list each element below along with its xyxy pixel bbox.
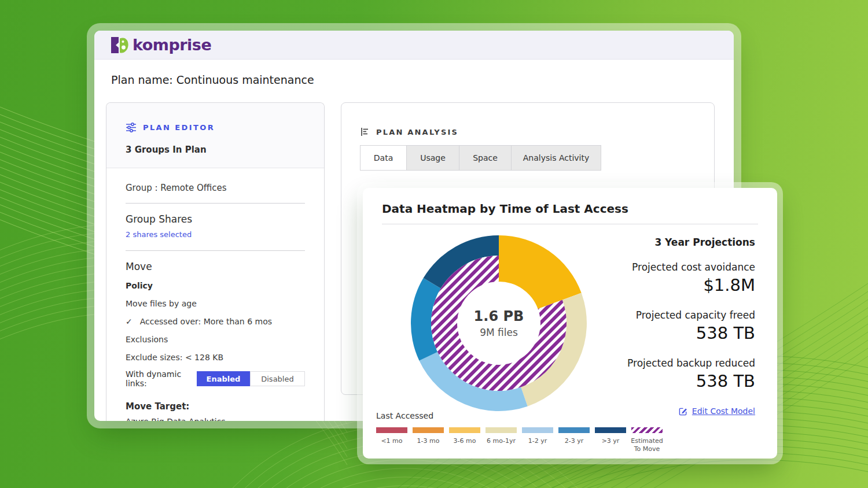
legend-item-1-3mo: 1-3 mo bbox=[413, 427, 444, 453]
policy-condition: Accessed over: More than 6 mos bbox=[140, 317, 272, 326]
total-files: 9M files bbox=[480, 327, 518, 338]
komprise-logo-icon bbox=[111, 36, 129, 54]
group-name: Group : Remote Offices bbox=[126, 183, 305, 193]
legend-item-3-6mo: 3-6 mo bbox=[449, 427, 480, 453]
tab-usage[interactable]: Usage bbox=[406, 145, 459, 171]
legend-items: <1 mo 1-3 mo 3-6 mo 6 mo-1yr 1-2 yr 2-3 … bbox=[376, 427, 663, 453]
plan-analysis-header: PLAN ANALYSIS bbox=[361, 127, 714, 136]
dynamic-links-toggle: Enabled Disabled bbox=[197, 371, 305, 386]
heatmap-title: Data Heatmap by Time of Last Access bbox=[382, 202, 628, 216]
checkmark-icon: ✓ bbox=[126, 317, 133, 326]
total-capacity: 1.6 PB bbox=[474, 308, 524, 324]
legend-swatch bbox=[376, 427, 407, 433]
backup-reduced-label: Projected backup reduced bbox=[627, 356, 755, 370]
plan-title: Plan name: Continuous maintenance bbox=[111, 73, 314, 86]
legend-item-2-3yr: 2-3 yr bbox=[558, 427, 590, 453]
legend-item-gt3yr: >3 yr bbox=[595, 427, 626, 453]
plan-editor-title: PLAN EDITOR bbox=[143, 123, 215, 132]
shares-selected-link[interactable]: 2 shares selected bbox=[126, 230, 192, 239]
tab-space[interactable]: Space bbox=[459, 145, 512, 171]
donut-center-label: 1.6 PB 9M files bbox=[457, 300, 540, 346]
divider bbox=[126, 203, 305, 204]
legend-swatch bbox=[522, 427, 553, 433]
move-heading: Move bbox=[126, 261, 305, 272]
legend-heading: Last Accessed bbox=[376, 411, 663, 420]
legend-item-6mo-1yr: 6 mo-1yr bbox=[486, 427, 517, 453]
cost-avoidance-label: Projected cost avoidance bbox=[632, 260, 755, 274]
legend-swatch bbox=[595, 427, 626, 433]
legend-item-lt1mo: <1 mo bbox=[376, 427, 407, 453]
exclusion-rule: Exclude sizes: < 128 KB bbox=[126, 353, 305, 362]
legend-swatch bbox=[413, 427, 444, 433]
legend-item-1-2yr: 1-2 yr bbox=[522, 427, 553, 453]
move-target-value: Azure Big Data Analytics bbox=[126, 417, 305, 421]
divider bbox=[382, 224, 758, 224]
edit-cost-model-link[interactable]: Edit Cost Model bbox=[679, 406, 755, 416]
cost-avoidance-value: $1.8M bbox=[703, 274, 755, 296]
app-header: komprise bbox=[94, 31, 734, 60]
legend-swatch bbox=[486, 427, 517, 433]
capacity-freed-label: Projected capacity freed bbox=[636, 308, 755, 322]
tab-analysis-activity[interactable]: Analysis Activity bbox=[511, 145, 601, 171]
group-shares-heading: Group Shares bbox=[126, 213, 305, 225]
policy-condition-row: ✓ Accessed over: More than 6 mos bbox=[126, 317, 305, 326]
disabled-button[interactable]: Disabled bbox=[250, 371, 305, 386]
move-target-heading: Move Target: bbox=[126, 401, 305, 412]
komprise-logo-text: komprise bbox=[133, 37, 211, 53]
komprise-logo: komprise bbox=[111, 36, 211, 54]
plan-analysis-title: PLAN ANALYSIS bbox=[376, 128, 458, 136]
legend-swatch bbox=[558, 427, 590, 433]
legend-item-estimated-to-move: Estimated To Move bbox=[631, 427, 663, 453]
heatmap-card: Data Heatmap by Time of Last Access 1.6 … bbox=[363, 188, 777, 459]
plan-editor-body: Group : Remote Offices Group Shares 2 sh… bbox=[106, 168, 324, 421]
bar-chart-icon bbox=[361, 127, 370, 136]
analysis-tabs: Data Usage Space Analysis Activity bbox=[360, 145, 714, 171]
exclusions-heading: Exclusions bbox=[126, 335, 305, 344]
edit-icon bbox=[679, 407, 687, 416]
policy-heading: Policy bbox=[126, 281, 305, 290]
enabled-button[interactable]: Enabled bbox=[197, 371, 250, 386]
tab-data[interactable]: Data bbox=[360, 145, 407, 171]
projections-heading: 3 Year Projections bbox=[654, 236, 755, 248]
legend-swatch-hatch bbox=[631, 427, 663, 433]
donut-chart: 1.6 PB 9M files bbox=[410, 235, 587, 412]
projections-panel: 3 Year Projections Projected cost avoida… bbox=[627, 236, 755, 416]
backup-reduced-value: 538 TB bbox=[696, 370, 755, 392]
plan-editor-panel: PLAN EDITOR 3 Groups In Plan Group : Rem… bbox=[106, 102, 325, 421]
policy-rule: Move files by age bbox=[126, 299, 305, 308]
dynamic-links-label: With dynamic links: bbox=[126, 369, 190, 388]
sliders-icon bbox=[126, 123, 137, 132]
legend: Last Accessed <1 mo 1-3 mo 3-6 mo 6 mo-1… bbox=[376, 411, 663, 453]
plan-editor-header: PLAN EDITOR 3 Groups In Plan bbox=[106, 103, 324, 168]
legend-swatch bbox=[449, 427, 480, 433]
groups-in-plan: 3 Groups In Plan bbox=[126, 145, 305, 155]
divider bbox=[126, 250, 305, 251]
dynamic-links-row: With dynamic links: Enabled Disabled bbox=[126, 369, 305, 388]
capacity-freed-value: 538 TB bbox=[696, 322, 755, 344]
